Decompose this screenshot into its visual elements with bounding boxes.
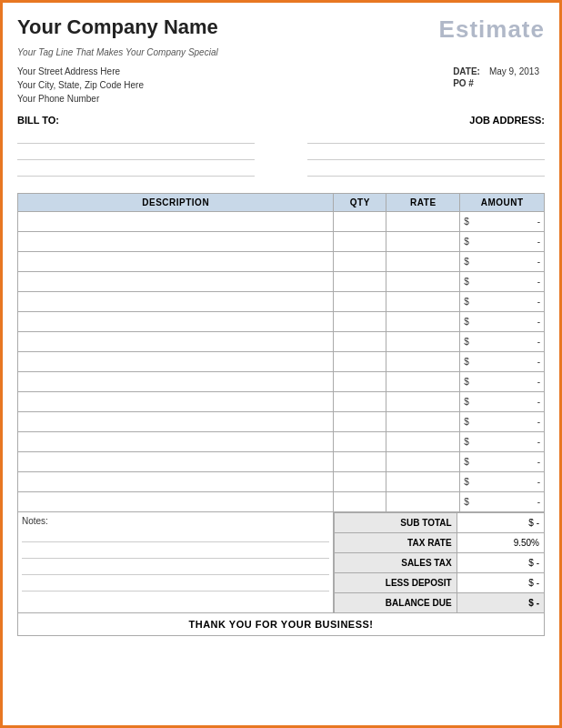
qty-cell[interactable] xyxy=(334,452,386,472)
rate-cell[interactable] xyxy=(386,352,460,372)
qty-cell[interactable] xyxy=(334,312,386,332)
tax-rate-value[interactable]: 9.50% xyxy=(457,533,544,553)
table-row[interactable]: $ - xyxy=(18,352,545,372)
qty-cell[interactable] xyxy=(334,232,386,252)
street-address: Your Street Address Here xyxy=(17,65,144,78)
job-addr-line2[interactable] xyxy=(307,147,545,160)
rate-cell[interactable] xyxy=(386,232,460,252)
table-row[interactable]: $ - xyxy=(18,312,545,332)
rate-cell[interactable] xyxy=(386,372,460,392)
table-row[interactable]: $ - xyxy=(18,232,545,252)
notes-line4[interactable] xyxy=(22,579,329,592)
amount-value: - xyxy=(537,257,540,267)
table-row[interactable]: $ - xyxy=(18,492,545,512)
dollar-sign: $ xyxy=(464,277,469,287)
desc-cell[interactable] xyxy=(18,412,334,432)
desc-cell[interactable] xyxy=(18,372,334,392)
date-value: May 9, 2013 xyxy=(486,66,543,76)
rate-cell[interactable] xyxy=(386,492,460,512)
amount-value: - xyxy=(537,357,540,367)
rate-cell[interactable] xyxy=(386,332,460,352)
totals-section: SUB TOTAL $ - TAX RATE 9.50% SALES TAX $… xyxy=(334,512,545,613)
po-value xyxy=(486,78,543,88)
company-name: Your Company Name xyxy=(17,15,218,39)
balance-due-label: BALANCE DUE xyxy=(335,593,457,613)
desc-cell[interactable] xyxy=(18,212,334,232)
bill-to-line2[interactable] xyxy=(17,147,255,160)
rate-cell[interactable] xyxy=(386,412,460,432)
rate-cell[interactable] xyxy=(386,252,460,272)
qty-cell[interactable] xyxy=(334,472,386,492)
amount-value: - xyxy=(537,497,540,507)
dollar-sign: $ xyxy=(464,297,469,307)
table-row[interactable]: $ - xyxy=(18,412,545,432)
table-row[interactable]: $ - xyxy=(18,252,545,272)
rate-cell[interactable] xyxy=(386,272,460,292)
dollar-sign: $ xyxy=(464,437,469,447)
bill-to-line1[interactable] xyxy=(17,131,255,144)
qty-cell[interactable] xyxy=(334,332,386,352)
balance-due-dollar: $ xyxy=(528,598,534,608)
qty-cell[interactable] xyxy=(334,432,386,452)
subtotal-label: SUB TOTAL xyxy=(335,513,457,533)
qty-cell[interactable] xyxy=(334,292,386,312)
desc-cell[interactable] xyxy=(18,452,334,472)
notes-line3[interactable] xyxy=(22,562,329,575)
dollar-sign: $ xyxy=(464,397,469,407)
qty-cell[interactable] xyxy=(334,392,386,412)
table-row[interactable]: $ - xyxy=(18,432,545,452)
dollar-sign: $ xyxy=(464,497,469,507)
desc-cell[interactable] xyxy=(18,352,334,372)
desc-cell[interactable] xyxy=(18,432,334,452)
job-addr-line3[interactable] xyxy=(307,164,545,177)
desc-cell[interactable] xyxy=(18,472,334,492)
qty-cell[interactable] xyxy=(334,492,386,512)
table-row[interactable]: $ - xyxy=(18,332,545,352)
dollar-sign: $ xyxy=(464,417,469,427)
col-header-amount: AMOUNT xyxy=(460,194,545,212)
desc-cell[interactable] xyxy=(18,272,334,292)
desc-cell[interactable] xyxy=(18,312,334,332)
dollar-sign: $ xyxy=(464,237,469,247)
desc-cell[interactable] xyxy=(18,232,334,252)
rate-cell[interactable] xyxy=(386,292,460,312)
rate-cell[interactable] xyxy=(386,312,460,332)
qty-cell[interactable] xyxy=(334,252,386,272)
desc-cell[interactable] xyxy=(18,492,334,512)
subtotal-value: $ - xyxy=(457,513,544,533)
amount-cell: $ - xyxy=(460,252,545,272)
notes-line1[interactable] xyxy=(22,530,329,542)
rate-cell[interactable] xyxy=(386,452,460,472)
amount-value: - xyxy=(537,437,540,447)
amount-cell: $ - xyxy=(460,412,545,432)
desc-cell[interactable] xyxy=(18,252,334,272)
rate-cell[interactable] xyxy=(386,432,460,452)
desc-cell[interactable] xyxy=(18,392,334,412)
rate-cell[interactable] xyxy=(386,392,460,412)
balance-due-value: $ - xyxy=(457,593,544,613)
table-row[interactable]: $ - xyxy=(18,212,545,232)
table-row[interactable]: $ - xyxy=(18,472,545,492)
desc-cell[interactable] xyxy=(18,332,334,352)
bill-to-line3[interactable] xyxy=(17,164,255,177)
table-row[interactable]: $ - xyxy=(18,292,545,312)
notes-line2[interactable] xyxy=(22,546,329,559)
qty-cell[interactable] xyxy=(334,272,386,292)
table-row[interactable]: $ - xyxy=(18,372,545,392)
qty-cell[interactable] xyxy=(334,352,386,372)
table-row[interactable]: $ - xyxy=(18,452,545,472)
dollar-sign: $ xyxy=(464,357,469,367)
table-row[interactable]: $ - xyxy=(18,392,545,412)
sales-tax-dollar: $ xyxy=(528,558,534,568)
table-row[interactable]: $ - xyxy=(18,272,545,292)
amount-value: - xyxy=(537,397,540,407)
rate-cell[interactable] xyxy=(386,472,460,492)
qty-cell[interactable] xyxy=(334,372,386,392)
qty-cell[interactable] xyxy=(334,412,386,432)
amount-value: - xyxy=(537,477,540,487)
job-addr-line1[interactable] xyxy=(307,131,545,144)
rate-cell[interactable] xyxy=(386,212,460,232)
desc-cell[interactable] xyxy=(18,292,334,312)
dollar-sign: $ xyxy=(464,217,469,227)
qty-cell[interactable] xyxy=(334,212,386,232)
